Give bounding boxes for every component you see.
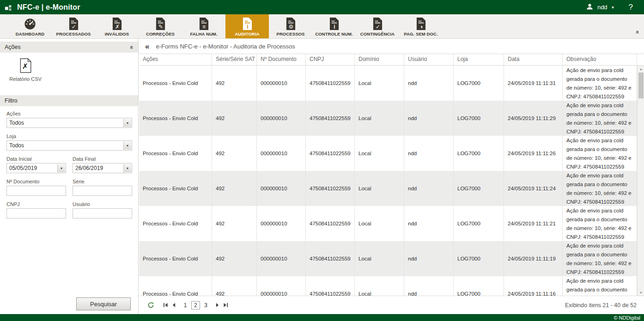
table-row[interactable]: Processos - Envio Cold492000000010475084…	[139, 66, 637, 101]
table-cell: Ação de envio para cold gerada para o do…	[563, 206, 637, 241]
column-header[interactable]: Ações	[139, 54, 212, 65]
toolbar-item-pag-sem-doc[interactable]: ◑PAG. SEM DOC.	[399, 14, 443, 38]
table-cell: 000000010	[257, 66, 306, 101]
actions-panel-title: Ações	[5, 44, 21, 50]
table-row[interactable]: Processos - Envio Cold492000000010475084…	[139, 276, 637, 296]
column-header[interactable]: Data	[504, 54, 563, 65]
table-cell: Local	[355, 101, 404, 136]
data-inicial-picker[interactable]: 05/05/2019 ▼	[6, 163, 66, 173]
toolbar-item-falha-num[interactable]: ≡FALHA NUM.	[182, 14, 225, 38]
dashboard-icon	[24, 17, 36, 30]
serie-label: Série	[73, 179, 132, 184]
collapse-panel-icon[interactable]: «	[128, 45, 135, 48]
toolbar-item-controle-num[interactable]: iCONTROLE NUM.	[312, 14, 356, 38]
table-cell: Processos - Envio Cold	[139, 206, 212, 241]
data-final-picker[interactable]: 26/06/2019 ▼	[73, 163, 132, 173]
table-cell: Ação de envio para cold gerada para o do…	[563, 101, 637, 136]
first-page-icon[interactable]	[161, 301, 170, 309]
last-page-icon[interactable]	[222, 301, 230, 309]
page-number-2[interactable]: 2	[191, 301, 200, 309]
user-icon	[586, 3, 594, 12]
loja-select[interactable]: Todos ▼	[6, 140, 132, 151]
next-page-icon[interactable]	[213, 301, 222, 309]
chevron-down-icon: ▼	[123, 119, 131, 127]
cnpj-field[interactable]	[6, 208, 66, 218]
report-csv-button[interactable]: ✗ Relatório CSV	[7, 58, 43, 82]
acoes-select-value: Todos	[9, 120, 24, 126]
table-row[interactable]: Processos - Envio Cold492000000010475084…	[139, 206, 637, 241]
collapse-sidebar-icon[interactable]: «	[145, 42, 149, 50]
refresh-icon[interactable]	[146, 301, 155, 309]
table-cell: 47508411022559	[306, 241, 355, 276]
table-row[interactable]: Processos - Envio Cold492000000010475084…	[139, 171, 637, 206]
table-row[interactable]: Processos - Envio Cold492000000010475084…	[139, 136, 637, 171]
help-button[interactable]: ?	[629, 3, 633, 12]
table-cell: LOG7000	[454, 171, 504, 206]
column-header[interactable]: Usuário	[404, 54, 454, 65]
previous-page-icon[interactable]	[170, 301, 178, 309]
app-footer: © NDDigital	[0, 314, 644, 321]
search-button[interactable]: Pesquisar	[76, 297, 131, 310]
scroll-down-icon[interactable]: ▼	[638, 289, 644, 296]
chevron-down-icon[interactable]: ▼	[611, 6, 615, 10]
toolbar-item-corre-es[interactable]: ✎CORREÇÕES	[139, 14, 182, 38]
acoes-select[interactable]: Todos ▼	[6, 118, 132, 128]
table-cell: Local	[355, 241, 404, 276]
toolbar-item-label: PROCESSADOS	[56, 31, 91, 36]
loja-select-value: Todos	[9, 142, 24, 149]
serie-field[interactable]	[73, 186, 132, 196]
svg-text:✗: ✗	[22, 62, 28, 70]
actions-panel-body: ✗ Relatório CSV	[0, 53, 138, 92]
usuario-label: Usuário	[73, 201, 132, 207]
column-header[interactable]: Série/Série SAT	[212, 54, 257, 65]
column-header[interactable]: Domínio	[355, 54, 404, 65]
report-csv-label: Relatório CSV	[9, 76, 42, 82]
scrollbar-thumb[interactable]	[638, 73, 644, 98]
documento-field[interactable]	[6, 186, 66, 196]
copyright: © NDDigital	[614, 315, 640, 321]
table-cell: ndd	[404, 241, 454, 276]
toolbar-item-inv-lidos[interactable]: ✗INVÁLIDOS	[95, 14, 139, 38]
ribbon-collapse-button[interactable]: «	[632, 27, 644, 38]
table-header: AçõesSérie/Série SATNº DocumentoCNPJDomí…	[139, 54, 644, 66]
toolbar-item-auditoria[interactable]: iAUDITORIA	[225, 14, 269, 38]
auditoria-icon: i	[242, 17, 253, 30]
pag-sem-doc-icon: ◑	[416, 17, 426, 30]
user-menu[interactable]: ndd	[597, 4, 608, 11]
scroll-up-icon[interactable]: ▲	[638, 66, 644, 72]
double-chevron-up-icon: «	[634, 30, 641, 34]
vertical-scrollbar[interactable]: ▲ ▼	[637, 66, 644, 296]
column-header[interactable]: CNPJ	[306, 54, 355, 65]
table-cell: 000000010	[257, 171, 306, 206]
documento-label: Nº Documento	[6, 179, 66, 184]
table-cell: 47508411022559	[306, 101, 355, 136]
column-header[interactable]: Observação	[563, 54, 637, 65]
table-row[interactable]: Processos - Envio Cold492000000010475084…	[139, 241, 637, 276]
app-logo-icon	[5, 3, 12, 11]
table-cell: 000000010	[257, 206, 306, 241]
controle-num-icon: i	[329, 17, 340, 30]
column-header[interactable]: Nº Documento	[257, 54, 306, 65]
page-number-3[interactable]: 3	[204, 302, 208, 309]
page-number-1[interactable]: 1	[183, 302, 188, 309]
table-cell: Ação de envio para cold gerada para o do…	[563, 66, 637, 101]
table-cell: LOG7000	[454, 241, 504, 276]
data-inicial-value: 05/05/2019	[9, 165, 37, 171]
table-row[interactable]: Processos - Envio Cold492000000010475084…	[139, 101, 637, 136]
toolbar-item-conting-ncia[interactable]: ✓CONTINGÊNCIA	[356, 14, 399, 38]
svg-text:≡: ≡	[202, 24, 206, 30]
table-cell: Local	[355, 276, 404, 296]
toolbar-item-dashboard[interactable]: DASHBOARD	[8, 14, 52, 38]
table-cell: LOG7000	[454, 136, 504, 171]
table-cell: 492	[212, 101, 257, 136]
usuario-field[interactable]	[73, 208, 132, 218]
column-header[interactable]: Loja	[454, 54, 504, 65]
table-cell: LOG7000	[454, 276, 504, 296]
toolbar-item-processos[interactable]: ⚙PROCESSOS	[269, 14, 312, 38]
toolbar-item-label: AUDITORIA	[235, 31, 260, 36]
table-cell: 492	[212, 241, 257, 276]
toolbar-item-processados[interactable]: ✓PROCESSADOS	[52, 14, 95, 38]
actions-panel-header: Ações «	[0, 42, 138, 53]
table-cell: 24/05/2019 11:11:31	[504, 66, 563, 101]
filter-panel-title: Filtro	[5, 97, 18, 104]
